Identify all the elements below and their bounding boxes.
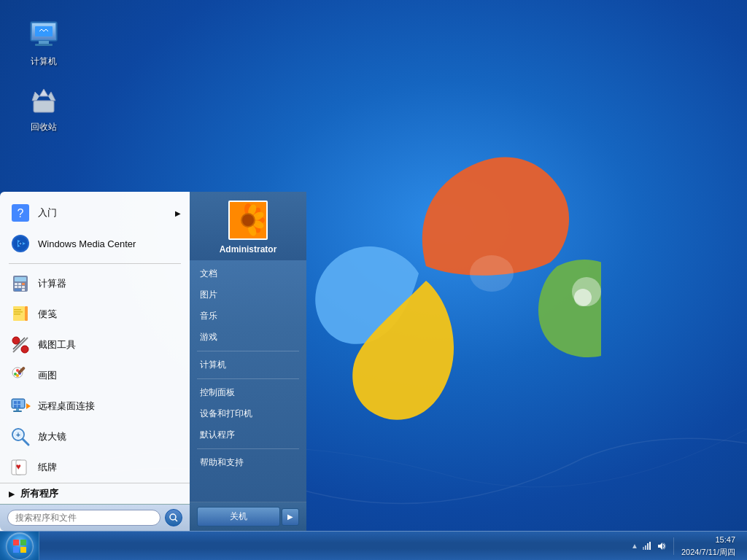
right-item-control[interactable]: 控制面板 [190,382,306,403]
svg-point-26 [20,243,22,245]
right-item-music[interactable]: 音乐 [190,306,306,327]
svg-rect-57 [18,405,20,408]
user-name-label: Administrator [220,244,277,254]
user-avatar[interactable] [228,201,268,240]
right-item-computer[interactable]: 计算机 [190,354,306,376]
solitaire-icon: ♥ [9,456,32,479]
pics-label: 图片 [200,289,217,301]
svg-rect-33 [18,286,21,288]
svg-rect-40 [14,314,20,315]
search-bar [0,504,190,531]
svg-rect-55 [18,401,20,404]
svg-rect-18 [649,542,651,550]
desktop-icon-computer[interactable]: 计算机 [15,15,73,71]
menu-item-wmc[interactable]: Windows Media Center [0,228,190,259]
svg-point-68 [170,514,176,520]
snip-label: 截图工具 [38,338,76,351]
clock-date: 2024/7/11/周四 [681,546,735,559]
menu-item-solitaire[interactable]: ♥ 纸牌 [0,452,190,483]
music-label: 音乐 [200,310,217,322]
right-item-pics[interactable]: 图片 [190,284,306,306]
svg-point-2 [470,255,514,292]
calc-label: 计算器 [38,277,66,290]
svg-rect-13 [13,547,19,553]
svg-point-80 [242,214,254,226]
svg-text:♥: ♥ [15,462,20,472]
menu-items-list: ? 入门 ▶ [0,192,190,483]
menu-item-snip[interactable]: 截图工具 [0,330,190,360]
desktop: 计算机 回收站 [0,0,747,560]
control-label: 控制面板 [200,386,235,399]
svg-rect-29 [15,283,18,285]
start-menu-right-panel: Administrator 文档 图片 音乐 游戏 计算机 [190,192,306,531]
taskbar-clock[interactable]: 15:47 2024/7/11/周四 [681,534,741,558]
windows-logo [273,117,601,430]
menu-item-calc[interactable]: 计算器 [0,268,190,299]
svg-rect-35 [15,289,21,291]
wmc-icon [9,232,32,255]
right-separator-1 [197,351,299,351]
menu-item-paint[interactable]: 画图 [0,360,190,391]
tray-icon-volume[interactable] [656,540,667,552]
snip-icon [9,333,32,357]
search-button[interactable] [165,509,182,526]
right-item-docs[interactable]: 文档 [190,263,306,284]
desktop-icon-recycle[interactable]: 回收站 [15,80,73,136]
right-item-devices[interactable]: 设备和打印机 [190,403,306,424]
svg-rect-58 [16,408,19,411]
search-input[interactable] [7,510,160,526]
right-item-defaults[interactable]: 默认程序 [190,424,306,446]
paint-label: 画图 [38,369,57,382]
svg-point-50 [16,374,19,377]
menu-item-intro[interactable]: ? 入门 ▶ [0,198,190,228]
magnifier-icon: + [9,425,32,448]
right-computer-label: 计算机 [200,359,226,371]
svg-rect-32 [15,286,18,288]
taskbar: ▲ 15:47 2024/7/11/周四 [0,531,747,560]
svg-rect-56 [14,405,17,408]
docs-label: 文档 [200,268,217,280]
tray-expand-arrow[interactable]: ▲ [631,542,638,550]
svg-rect-34 [22,286,25,288]
svg-point-43 [21,346,28,353]
computer-label: 计算机 [31,55,57,68]
svg-rect-16 [645,545,646,550]
shutdown-arrow-button[interactable]: ▶ [282,508,299,526]
all-programs-button[interactable]: ▶ 所有程序 [0,483,190,504]
menu-item-notepad[interactable]: 便笺 [0,299,190,330]
solitaire-label: 纸牌 [38,461,57,474]
rdp-label: 远程桌面连接 [38,400,95,413]
paint-icon [9,364,32,387]
svg-rect-59 [13,411,22,412]
tray-icon-network[interactable] [641,540,653,552]
svg-text:?: ? [18,207,24,219]
notepad-icon [9,303,32,326]
svg-rect-5 [39,41,49,44]
svg-rect-17 [647,543,649,550]
games-label: 游戏 [200,331,217,343]
svg-rect-28 [15,277,26,281]
svg-rect-6 [35,44,53,46]
svg-point-1 [574,289,592,306]
start-orb [6,532,34,560]
svg-marker-19 [658,542,662,550]
notepad-label: 便笺 [38,308,57,321]
right-separator-2 [197,378,299,379]
right-item-games[interactable]: 游戏 [190,327,306,348]
intro-arrow: ▶ [175,209,181,217]
right-menu-items: 文档 图片 音乐 游戏 计算机 控制面板 [190,260,306,502]
menu-item-magnifier[interactable]: + 放大镜 [0,421,190,452]
start-button[interactable] [0,532,39,561]
svg-rect-36 [22,289,25,291]
start-menu: ? 入门 ▶ [0,192,306,531]
user-section: Administrator [190,192,306,260]
svg-rect-31 [22,283,25,285]
ap-arrow-icon: ▶ [9,490,15,498]
svg-rect-30 [18,283,21,285]
menu-item-rdp[interactable]: 远程桌面连接 [0,391,190,421]
right-item-help[interactable]: 帮助和支持 [190,452,306,473]
recycle-icon [26,83,61,118]
system-tray: ▲ [627,537,681,555]
help-label: 帮助和支持 [200,456,244,469]
shutdown-button[interactable]: 关机 [197,507,280,526]
